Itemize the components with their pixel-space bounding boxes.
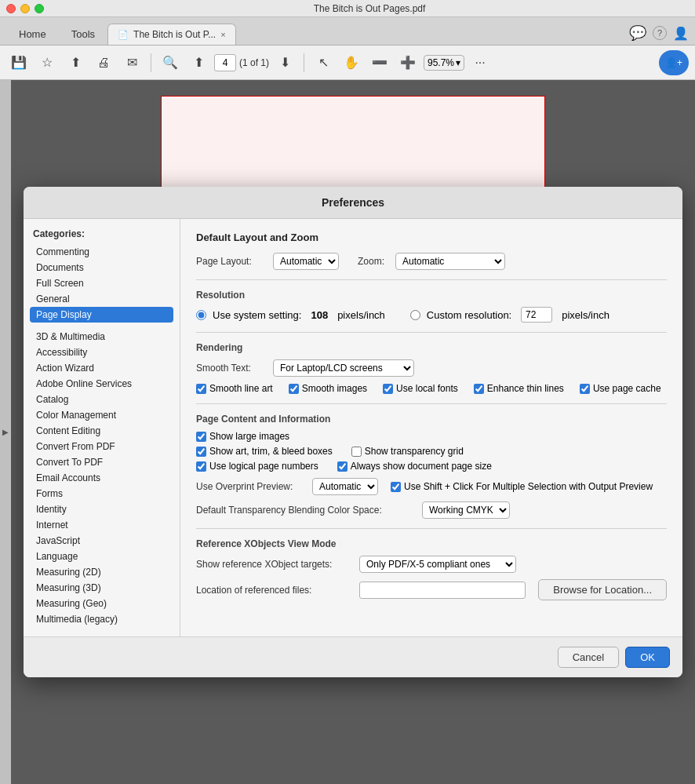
cat-item-fullscreen[interactable]: Full Screen (30, 275, 173, 291)
more-tools-button[interactable]: ··· (468, 50, 493, 75)
cat-item-internet[interactable]: Internet (30, 517, 173, 533)
zoom-selector[interactable]: 95.7% ▾ (424, 55, 464, 71)
show-transparency-grid-check[interactable]: Show transparency grid (351, 446, 464, 457)
divider-3 (196, 403, 667, 404)
custom-dpi-input[interactable] (521, 307, 552, 323)
close-window-button[interactable] (6, 4, 16, 13)
use-page-cache-check[interactable]: Use page cache (580, 383, 661, 394)
rendering-checkboxes: Smooth line art Smooth images Use local … (196, 383, 667, 394)
shift-click-check[interactable]: Use Shift + Click For Multiple Selection… (391, 481, 653, 492)
pixels-inch-1: pixels/inch (337, 309, 385, 321)
cat-item-adobeonline[interactable]: Adobe Online Services (30, 376, 173, 392)
tab-close-button[interactable]: × (220, 30, 225, 39)
smooth-images-check[interactable]: Smooth images (289, 383, 367, 394)
upload-button[interactable]: ⬆ (63, 50, 88, 75)
minimize-window-button[interactable] (20, 4, 30, 13)
sign-in-button[interactable]: 👤+ (659, 50, 689, 75)
zoom-label: Zoom: (358, 256, 389, 267)
maximize-window-button[interactable] (35, 4, 44, 13)
show-large-images-check[interactable]: Show large images (196, 431, 667, 442)
cat-item-3d[interactable]: 3D & Multimedia (30, 329, 173, 345)
use-logical-page-numbers-check[interactable]: Use logical page numbers (196, 461, 318, 472)
divider-1 (196, 279, 667, 280)
chat-icon[interactable]: 💬 (629, 24, 646, 42)
dialog-title: Preferences (24, 187, 682, 219)
smooth-text-select[interactable]: For Laptop/LCD screens (273, 359, 414, 377)
tab-bar-right: 💬 ? 👤 (623, 24, 695, 45)
cat-item-convertfrom[interactable]: Convert From PDF (30, 439, 173, 454)
toolbar-separator-2 (304, 53, 304, 72)
cat-item-pagedisplay[interactable]: Page Display (30, 307, 173, 323)
resolution-title: Resolution (196, 290, 667, 301)
toolbar: 💾 ☆ ⬆ 🖨 ✉ 🔍 ⬆ (1 of 1) ⬇ ↖ ✋ ➖ ➕ 95.7% ▾… (0, 46, 695, 80)
cat-item-measuring2d[interactable]: Measuring (2D) (30, 564, 173, 580)
transparency-label: Default Transparency Blending Color Spac… (196, 505, 416, 516)
custom-resolution-radio[interactable] (410, 310, 420, 320)
ok-button[interactable]: OK (625, 647, 670, 668)
always-show-doc-size-check[interactable]: Always show document page size (337, 461, 492, 472)
browse-location-button[interactable]: Browse for Location... (538, 579, 667, 600)
print-button[interactable]: 🖨 (91, 50, 116, 75)
show-art-trim-check[interactable]: Show art, trim, & bleed boxes (196, 446, 333, 457)
cat-item-forms[interactable]: Forms (30, 486, 173, 501)
cat-item-catalog[interactable]: Catalog (30, 392, 173, 407)
side-panel-arrow-icon: ▶ (2, 428, 9, 436)
cat-item-measuringgeo[interactable]: Measuring (Geo) (30, 596, 173, 611)
cat-item-convertto[interactable]: Convert To PDF (30, 454, 173, 470)
cat-item-javascript[interactable]: JavaScript (30, 533, 173, 549)
rendering-title: Rendering (196, 342, 667, 353)
smooth-line-art-check[interactable]: Smooth line art (196, 383, 273, 394)
cat-item-documents[interactable]: Documents (30, 260, 173, 275)
tab-home[interactable]: Home (6, 24, 59, 45)
help-icon[interactable]: ? (653, 26, 667, 40)
cat-item-measuring3d[interactable]: Measuring (3D) (30, 580, 173, 596)
cat-item-language[interactable]: Language (30, 549, 173, 564)
transparency-select[interactable]: Working CMYK (422, 501, 510, 519)
next-page-button[interactable]: ⬇ (272, 50, 297, 75)
location-input[interactable] (359, 582, 526, 599)
cat-item-accessibility[interactable]: Accessibility (30, 345, 173, 360)
bookmark-button[interactable]: ☆ (35, 50, 60, 75)
reference-xobjects-title: Reference XObjects View Mode (196, 538, 667, 549)
zoom-increase-button[interactable]: ➕ (395, 50, 420, 75)
side-panel-toggle[interactable]: ▶ (0, 80, 11, 784)
hand-tool-button[interactable]: ✋ (339, 50, 364, 75)
dialog-body: Categories: Commenting Documents Full Sc… (24, 219, 682, 636)
cat-item-multimedia[interactable]: Multimedia (legacy) (30, 611, 173, 627)
email-button[interactable]: ✉ (119, 50, 144, 75)
zoom-decrease-button[interactable]: ➖ (367, 50, 392, 75)
location-row: Location of referenced files: Browse for… (196, 579, 667, 600)
cat-item-actionwizard[interactable]: Action Wizard (30, 360, 173, 376)
page-number-input[interactable] (214, 54, 236, 71)
zoom-select[interactable]: Automatic (395, 253, 505, 270)
tab-tools[interactable]: Tools (59, 24, 107, 45)
cat-item-emailaccounts[interactable]: Email Accounts (30, 470, 173, 486)
show-reference-label: Show reference XObject targets: (196, 559, 353, 570)
enhance-thin-lines-check[interactable]: Enhance thin lines (474, 383, 564, 394)
select-tool-button[interactable]: ↖ (311, 50, 336, 75)
account-icon[interactable]: 👤 (673, 26, 689, 41)
system-resolution-label: Use system setting: (213, 309, 301, 321)
smooth-text-label: Smooth Text: (196, 363, 267, 374)
cat-item-identity[interactable]: Identity (30, 501, 173, 517)
overprint-row: Use Overprint Preview: Automatic Use Shi… (196, 478, 667, 495)
previous-page-button[interactable]: ⬆ (186, 50, 211, 75)
overprint-select[interactable]: Automatic (312, 478, 378, 495)
system-dpi-value: 108 (311, 309, 328, 321)
custom-resolution-label: Custom resolution: (427, 309, 511, 321)
system-resolution-radio[interactable] (196, 310, 206, 320)
cat-item-colormgmt[interactable]: Color Management (30, 407, 173, 423)
cat-item-general[interactable]: General (30, 291, 173, 307)
zoom-out-button[interactable]: 🔍 (158, 50, 183, 75)
cancel-button[interactable]: Cancel (558, 647, 619, 668)
use-local-fonts-check[interactable]: Use local fonts (383, 383, 458, 394)
page-layout-row: Page Layout: Automatic Zoom: Automatic (196, 253, 667, 270)
cat-item-contentediting[interactable]: Content Editing (30, 423, 173, 439)
overprint-label: Use Overprint Preview: (196, 481, 306, 492)
tab-document[interactable]: 📄 The Bitch is Out P... × (107, 24, 236, 45)
page-layout-select[interactable]: Automatic (273, 253, 339, 270)
categories-sub-list: 3D & Multimedia Accessibility Action Wiz… (30, 329, 173, 627)
cat-item-commenting[interactable]: Commenting (30, 244, 173, 260)
save-button[interactable]: 💾 (6, 50, 31, 75)
show-reference-select[interactable]: Only PDF/X-5 compliant ones (359, 556, 516, 573)
